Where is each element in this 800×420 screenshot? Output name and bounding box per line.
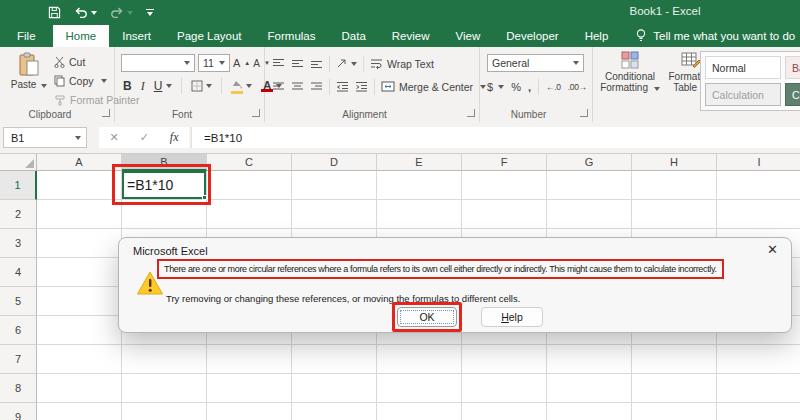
tab-formulas[interactable]: Formulas (255, 25, 329, 47)
bold-button[interactable]: B (123, 79, 132, 93)
row-header-8[interactable]: 8 (0, 374, 37, 403)
number-dialog-launcher[interactable] (580, 109, 588, 117)
cell-A3[interactable] (37, 229, 122, 258)
cell-A2[interactable] (37, 200, 122, 229)
font-size-combobox[interactable]: 11 (198, 54, 230, 72)
tab-page-layout[interactable]: Page Layout (164, 25, 255, 47)
cell-F7[interactable] (462, 345, 547, 374)
align-center-icon[interactable] (291, 81, 304, 92)
increase-font-size-button[interactable]: A▲ (233, 55, 250, 72)
cell-H8[interactable] (632, 374, 717, 403)
cell-G1[interactable] (547, 171, 632, 200)
tab-data[interactable]: Data (329, 25, 379, 47)
font-dialog-launcher[interactable] (252, 109, 260, 117)
cell-I9[interactable] (717, 403, 800, 420)
borders-button[interactable] (191, 80, 212, 92)
cell-H2[interactable] (632, 200, 717, 229)
column-header-C[interactable]: C (207, 154, 292, 171)
align-bottom-icon[interactable] (310, 58, 323, 69)
row-header-5[interactable]: 5 (0, 287, 37, 316)
cell-D9[interactable] (292, 403, 377, 420)
increase-indent-icon[interactable] (355, 81, 368, 92)
cell-I7[interactable] (717, 345, 800, 374)
row-header-7[interactable]: 7 (0, 345, 37, 374)
row-header-6[interactable]: 6 (0, 316, 37, 345)
tab-developer[interactable]: Developer (493, 25, 571, 47)
undo-dropdown-caret-icon[interactable] (91, 11, 97, 15)
align-top-icon[interactable] (272, 58, 285, 69)
tab-view[interactable]: View (443, 25, 494, 47)
name-box[interactable]: B1 (3, 127, 87, 148)
cell-G9[interactable] (547, 403, 632, 420)
paste-button[interactable]: Paste (7, 52, 51, 90)
column-header-G[interactable]: G (547, 154, 632, 171)
cell-E9[interactable] (377, 403, 462, 420)
column-header-B[interactable]: B (122, 154, 207, 171)
column-header-A[interactable]: A (37, 154, 122, 171)
tab-insert[interactable]: Insert (109, 25, 164, 47)
cell-H7[interactable] (632, 345, 717, 374)
align-left-icon[interactable] (272, 81, 285, 92)
font-name-combobox[interactable] (121, 54, 195, 72)
cell-F8[interactable] (462, 374, 547, 403)
ok-button[interactable]: OK (397, 307, 457, 327)
row-header-3[interactable]: 3 (0, 229, 37, 258)
align-right-icon[interactable] (310, 81, 323, 92)
style-bad[interactable]: Bad (785, 56, 800, 79)
close-icon[interactable]: ✕ (767, 243, 778, 257)
cell-C8[interactable] (207, 374, 292, 403)
cell-A7[interactable] (37, 345, 122, 374)
cell-B8[interactable] (122, 374, 207, 403)
column-header-I[interactable]: I (717, 154, 800, 171)
number-format-combobox[interactable]: General (487, 54, 584, 72)
row-header-9[interactable]: 9 (0, 403, 37, 420)
cell-G7[interactable] (547, 345, 632, 374)
cell-A9[interactable] (37, 403, 122, 420)
cell-A6[interactable] (37, 316, 122, 345)
column-header-H[interactable]: H (632, 154, 717, 171)
wrap-text-button[interactable]: Wrap Text (370, 55, 434, 72)
cell-E8[interactable] (377, 374, 462, 403)
cell-E1[interactable] (377, 171, 462, 200)
cell-F1[interactable] (462, 171, 547, 200)
italic-button[interactable]: I (141, 79, 145, 94)
undo-icon[interactable] (74, 7, 97, 19)
cell-F9[interactable] (462, 403, 547, 420)
customize-qat-icon[interactable] (146, 9, 154, 17)
name-box-caret-icon[interactable] (75, 136, 81, 140)
save-icon[interactable] (48, 6, 61, 19)
cell-B7[interactable] (122, 345, 207, 374)
cell-D1[interactable] (292, 171, 377, 200)
merge-center-button[interactable]: Merge & Center (381, 78, 486, 95)
cell-C9[interactable] (207, 403, 292, 420)
cell-C2[interactable] (207, 200, 292, 229)
cell-H1[interactable] (632, 171, 717, 200)
formula-input[interactable]: =B1*10 (191, 127, 800, 148)
cell-B2[interactable] (122, 200, 207, 229)
row-header-4[interactable]: 4 (0, 258, 37, 287)
style-check-cell[interactable]: Check Cell (785, 83, 800, 106)
fill-color-button[interactable] (231, 78, 252, 94)
style-normal[interactable]: Normal (705, 56, 781, 79)
tab-review[interactable]: Review (379, 25, 443, 47)
cell-F2[interactable] (462, 200, 547, 229)
cell-A8[interactable] (37, 374, 122, 403)
cell-A5[interactable] (37, 287, 122, 316)
row-header-2[interactable]: 2 (0, 200, 37, 229)
clipboard-dialog-launcher[interactable] (102, 109, 110, 117)
orientation-button[interactable] (336, 58, 357, 69)
cell-B9[interactable] (122, 403, 207, 420)
increase-decimal-button[interactable]: ←.0 (546, 82, 561, 92)
help-button[interactable]: Help (481, 307, 543, 327)
cell-B1[interactable]: =B1*10 (122, 171, 207, 200)
cancel-icon[interactable]: ✕ (109, 131, 118, 144)
column-header-F[interactable]: F (462, 154, 547, 171)
cell-G8[interactable] (547, 374, 632, 403)
cell-I2[interactable] (717, 200, 800, 229)
cell-I1[interactable] (717, 171, 800, 200)
cell-E2[interactable] (377, 200, 462, 229)
tell-me-box[interactable]: Tell me what you want to do (635, 25, 795, 47)
cell-A4[interactable] (37, 258, 122, 287)
cell-D2[interactable] (292, 200, 377, 229)
select-all-corner[interactable] (0, 154, 37, 171)
